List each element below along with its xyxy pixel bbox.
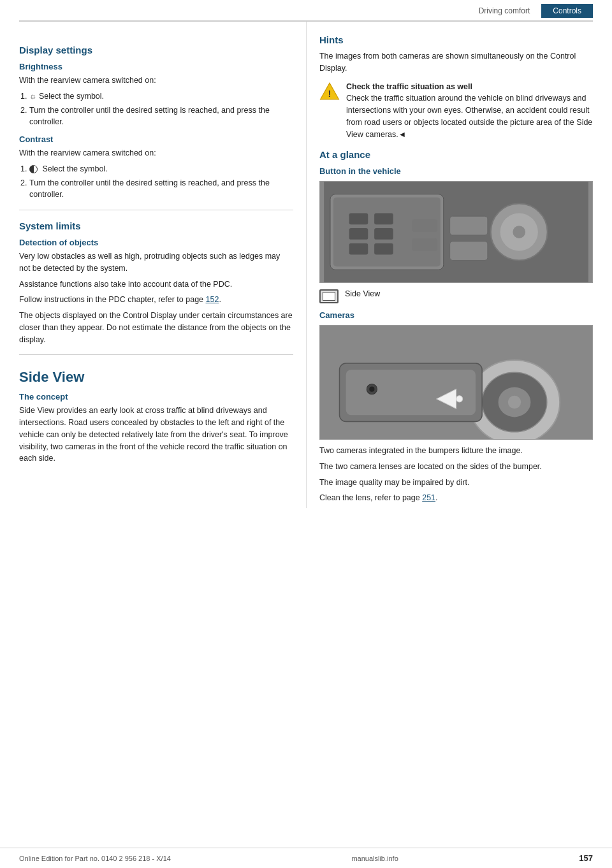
warning-bold: Check the traffic situation as well [346,82,472,91]
svg-rect-14 [450,217,488,236]
brightness-step1: ☼ Select the symbol. [29,90,293,103]
detection-p4: The objects displayed on the Control Dis… [19,310,293,345]
contrast-steps: Select the symbol. Turn the controller u… [29,163,293,201]
svg-rect-6 [349,228,368,240]
cameras-image [319,325,593,440]
svg-rect-16 [412,220,437,233]
contrast-icon [29,165,38,173]
warning-text-content: Check the traffic situation as well Chec… [346,81,593,141]
svg-rect-17 [412,238,437,251]
right-column: Hints The images from both cameras are s… [306,22,593,508]
button-in-vehicle-subtitle: Button in the vehicle [319,166,593,176]
divider2 [19,354,293,355]
svg-point-26 [456,395,462,401]
side-view-title: Side View [19,369,293,386]
cameras-link-251[interactable]: 251 [422,493,435,502]
display-settings-title: Display settings [19,45,293,55]
at-a-glance-title: At a glance [319,149,593,160]
brightness-step2: Turn the controller until the desired se… [29,105,293,129]
contrast-step2: Turn the controller until the desired se… [29,177,293,201]
detection-subtitle: Detection of objects [19,238,293,247]
svg-text:!: ! [328,88,332,98]
cameras-p1: Two cameras integrated in the bumpers li… [319,445,593,457]
detection-p1: Very low obstacles as well as high, prot… [19,250,293,275]
brightness-steps: ☼ Select the symbol. Turn the controller… [29,90,293,128]
main-content: Display settings Brightness With the rea… [0,22,612,508]
footer-online-edition: Online Edition for Part no. 0140 2 956 2… [19,855,171,862]
svg-rect-5 [349,213,368,225]
detection-link-152[interactable]: 152 [206,295,219,304]
svg-rect-10 [374,243,393,255]
warning-body: Check the traffic situation around the v… [346,94,592,138]
concept-text: Side View provides an early look at cros… [19,405,293,465]
svg-point-28 [369,386,374,391]
tab-controls[interactable]: Controls [541,4,593,18]
header-nav: Driving comfort Controls [467,4,593,18]
contrast-intro: With the rearview camera switched on: [19,147,293,159]
brightness-intro: With the rearview camera switched on: [19,75,293,87]
concept-subtitle: The concept [19,392,293,401]
side-view-icon-row: Side View [319,288,593,304]
side-view-label: Side View [345,288,380,300]
detection-p3: Follow instructions in the PDC chapter, … [19,294,293,306]
brightness-subtitle: Brightness [19,62,293,71]
cameras-p3: The image quality may be impaired by dir… [319,477,593,489]
page-number: 157 [579,853,593,863]
svg-rect-9 [374,228,393,240]
footer-site: manualslib.info [351,855,398,862]
svg-rect-7 [349,243,368,255]
side-view-button-icon [319,289,339,303]
tab-driving-comfort[interactable]: Driving comfort [467,4,542,18]
contrast-subtitle: Contrast [19,134,293,144]
svg-point-22 [508,395,521,408]
warning-icon: ! [319,81,340,101]
hints-title: Hints [319,34,593,45]
warning-box: ! Check the traffic situation as well Ch… [319,81,593,141]
svg-point-13 [513,226,525,238]
contrast-step1: Select the symbol. [29,163,293,175]
svg-rect-15 [450,242,488,261]
left-column: Display settings Brightness With the rea… [19,22,306,508]
cameras-subtitle: Cameras [319,310,593,320]
detection-p2: Assistance functions also take into acco… [19,278,293,291]
system-limits-title: System limits [19,221,293,231]
svg-rect-8 [374,213,393,225]
side-view-icon-inner [323,292,335,301]
divider1 [19,210,293,210]
page-header: Driving comfort Controls [19,0,593,22]
cameras-p2: The two camera lenses are located on the… [319,461,593,473]
side-view-section: Side View The concept Side View provides… [19,369,293,465]
vehicle-button-image [319,181,593,283]
hints-text: The images from both cameras are shown s… [319,50,593,75]
cameras-p4: Clean the lens, refer to page 251. [319,492,593,504]
page-footer: Online Edition for Part no. 0140 2 956 2… [0,848,612,868]
